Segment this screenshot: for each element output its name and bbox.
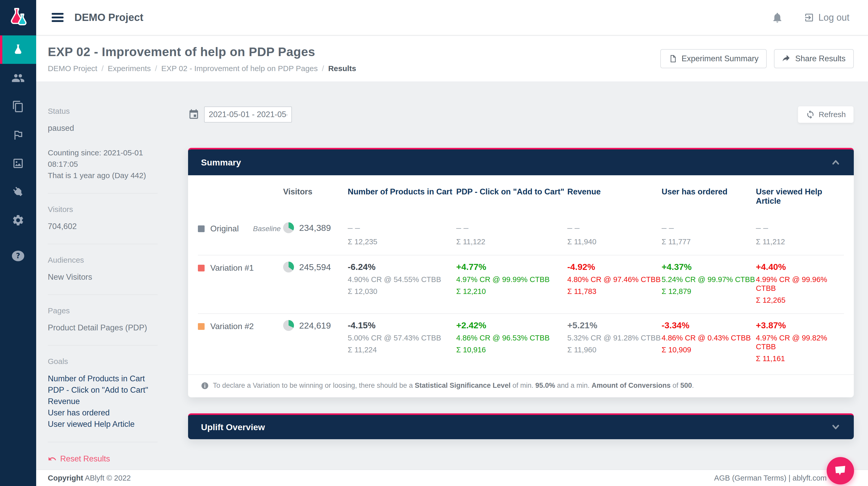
sidebar-item-pages[interactable] xyxy=(0,92,36,121)
experiment-summary-button[interactable]: Experiment Summary xyxy=(660,49,767,68)
table-row-original: Original Baseline 234,389 – – Σ 12,235 xyxy=(198,216,844,255)
pages-label: Pages xyxy=(48,306,158,315)
experiment-summary-label: Experiment Summary xyxy=(681,54,758,63)
visitors-value: 704,602 xyxy=(48,221,158,232)
variant-name: Variation #1 xyxy=(210,263,254,273)
flask-icon xyxy=(11,43,25,56)
goal-cell: – – Σ 11,777 xyxy=(661,222,756,246)
goal-cell: +3.87% 4.97% CR @ 99.82% CTBB Σ 11,161 xyxy=(756,320,844,363)
share-icon xyxy=(782,54,791,63)
sidebar: ? xyxy=(0,0,36,486)
visitors-label: Visitors xyxy=(48,205,158,214)
visitors-count: 224,619 xyxy=(299,320,331,331)
help-icon: ? xyxy=(11,249,25,263)
goal-link-user-ordered[interactable]: User has ordered xyxy=(48,407,158,419)
divider xyxy=(48,294,158,295)
variant-swatch xyxy=(198,265,205,271)
expand-uplift-button[interactable] xyxy=(831,422,841,432)
col-help-article: User viewed Help Article xyxy=(756,187,844,206)
goal-cell: +5.21% 5.32% CR @ 91.28% CTBB Σ 11,960 xyxy=(567,320,661,354)
image-icon xyxy=(12,157,24,170)
visitors-pie-icon xyxy=(283,320,294,331)
variant-name: Variation #2 xyxy=(210,322,254,331)
goal-link-add-to-cart[interactable]: PDP - Click on "Add to Cart" xyxy=(48,384,158,396)
collapse-summary-button[interactable] xyxy=(831,157,841,168)
goal-cell: +2.42% 4.86% CR @ 96.53% CTBB Σ 10,916 xyxy=(456,320,567,354)
ablyft-logo[interactable] xyxy=(0,0,36,35)
app-root: ? DEMO Project Log out EXP 02 - Improvem… xyxy=(0,0,868,486)
goal-link-help-article[interactable]: User viewed Help Article xyxy=(48,419,158,430)
counting-since: Counting since: 2021-05-01 08:17:05 That… xyxy=(48,147,158,181)
refresh-button[interactable]: Refresh xyxy=(798,106,854,123)
hamburger-menu-icon[interactable] xyxy=(52,11,64,24)
table-row-variation-2: Variation #2 224,619 -4.15% 5.00% CR @ 5… xyxy=(198,313,844,372)
divider xyxy=(48,345,158,346)
goal-cell: – – Σ 11,940 xyxy=(567,222,661,246)
table-row-variation-1: Variation #1 245,594 -6.24% 4.90% CR @ 5… xyxy=(198,255,844,313)
divider xyxy=(48,244,158,244)
breadcrumb-experiment[interactable]: EXP 02 - Improvement of help on PDP Page… xyxy=(161,64,318,73)
project-title: DEMO Project xyxy=(74,11,144,23)
breadcrumb-experiments[interactable]: Experiments xyxy=(108,64,151,73)
flag-icon xyxy=(12,129,24,141)
refresh-label: Refresh xyxy=(819,110,846,119)
audiences-label: Audiences xyxy=(48,256,158,264)
sidebar-item-assets[interactable] xyxy=(0,149,36,178)
goal-link-products-in-cart[interactable]: Number of Products in Cart xyxy=(48,373,158,384)
goal-cell: -3.34% 4.86% CR @ 0.43% CTBB Σ 10,909 xyxy=(661,320,756,354)
status-value: paused xyxy=(48,123,158,134)
goal-cell: -4.92% 4.80% CR @ 97.46% CTBB Σ 11,783 xyxy=(567,262,661,296)
logout-button[interactable]: Log out xyxy=(804,12,849,23)
notifications-button[interactable] xyxy=(771,11,783,24)
divider xyxy=(48,193,158,194)
info-icon xyxy=(201,382,209,390)
sidebar-item-help[interactable]: ? xyxy=(0,242,36,270)
sidebar-item-experiments[interactable] xyxy=(0,35,36,64)
goal-cell: +4.77% 4.97% CR @ 99.99% CTBB Σ 12,210 xyxy=(456,262,567,296)
plug-icon xyxy=(11,185,25,198)
page-title: EXP 02 - Improvement of help on PDP Page… xyxy=(48,45,356,59)
share-results-button[interactable]: Share Results xyxy=(774,49,854,68)
goal-cell: -4.15% 5.00% CR @ 57.43% CTBB Σ 11,224 xyxy=(348,320,456,354)
goal-cell: +4.40% 4.99% CR @ 99.96% CTBB Σ 12,265 xyxy=(756,262,844,305)
summary-title: Summary xyxy=(201,158,241,168)
experiment-info-panel: Status paused Counting since: 2021-05-01… xyxy=(48,107,158,463)
refresh-icon xyxy=(806,110,815,119)
reset-results-label: Reset Results xyxy=(60,454,110,463)
baseline-tag: Baseline xyxy=(253,224,281,233)
pages-value: Product Detail Pages (PDP) xyxy=(48,322,158,333)
sidebar-item-goals[interactable] xyxy=(0,121,36,149)
uplift-overview-header[interactable]: Uplift Overview xyxy=(188,413,854,439)
col-user-ordered: User has ordered xyxy=(661,187,756,197)
date-range-input[interactable] xyxy=(204,107,292,122)
divider xyxy=(48,442,158,442)
chevron-down-icon xyxy=(831,422,841,432)
col-visitors: Visitors xyxy=(283,187,348,197)
breadcrumb: DEMO Project / Experiments / EXP 02 - Im… xyxy=(48,64,356,73)
calendar-icon xyxy=(188,109,199,120)
legal-links[interactable]: AGB (German Terms) | ablyft.com xyxy=(714,474,827,482)
goal-cell: – – Σ 12,235 xyxy=(348,222,456,246)
goal-link-revenue[interactable]: Revenue xyxy=(48,396,158,407)
sidebar-item-audiences[interactable] xyxy=(0,64,36,92)
share-results-label: Share Results xyxy=(795,54,845,63)
goal-cell: – – Σ 11,122 xyxy=(456,222,567,246)
col-revenue: Revenue xyxy=(567,187,661,197)
sidebar-item-settings[interactable] xyxy=(0,206,36,234)
sidebar-item-integrations[interactable] xyxy=(0,178,36,206)
goal-cell: +4.37% 5.24% CR @ 99.97% CTBB Σ 12,879 xyxy=(661,262,756,296)
goals-list: Number of Products in Cart PDP - Click o… xyxy=(48,373,158,430)
chat-bubble-icon xyxy=(833,463,847,478)
topbar: DEMO Project Log out xyxy=(36,0,868,35)
copy-icon xyxy=(12,100,24,113)
breadcrumb-project[interactable]: DEMO Project xyxy=(48,64,97,73)
svg-text:?: ? xyxy=(16,252,20,260)
bell-icon xyxy=(771,11,783,24)
visitors-pie-icon xyxy=(283,262,294,273)
results-main: Refresh Summary Visit xyxy=(188,106,854,486)
goals-label: Goals xyxy=(48,357,158,366)
chat-fab-button[interactable] xyxy=(827,457,854,484)
reset-results-button[interactable]: Reset Results xyxy=(48,454,158,463)
summary-card-header[interactable]: Summary xyxy=(188,149,854,175)
summary-table-header: Visitors Number of Products in Cart PDP … xyxy=(198,175,844,216)
